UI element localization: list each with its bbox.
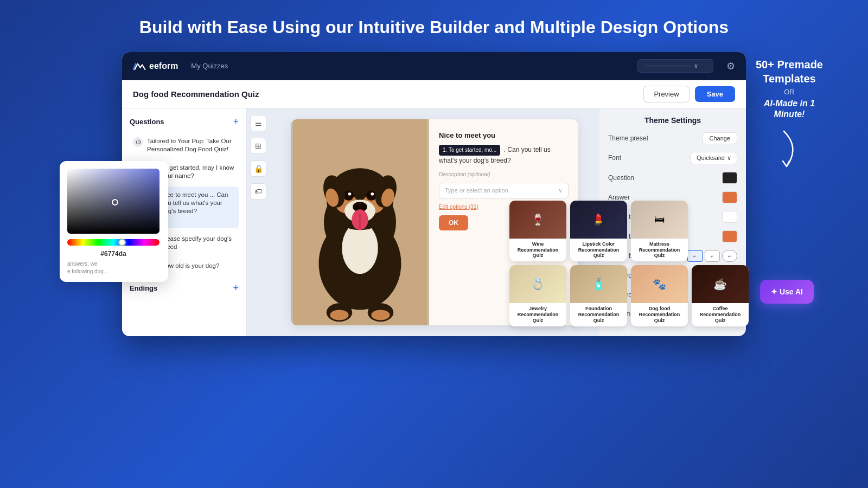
- font-value: Quicksand: [697, 155, 725, 161]
- color-picker-dot[interactable]: [112, 199, 118, 206]
- endings-label: Endings: [130, 284, 157, 292]
- color-picker[interactable]: #6774da answers, we e following dog...: [60, 161, 168, 282]
- questions-label: Questions: [130, 118, 164, 126]
- endings-header: Endings +: [130, 282, 239, 294]
- promo-ai: AI-Made in 1 Minute!: [749, 98, 830, 121]
- canvas-tool-sliders[interactable]: ⚌: [250, 115, 266, 131]
- save-button[interactable]: Save: [695, 86, 735, 102]
- nav-my-quizzes[interactable]: My Quizzes: [191, 62, 228, 70]
- dropdown-arrow: ∨: [558, 187, 563, 194]
- font-select[interactable]: Quicksand ∨: [691, 152, 737, 164]
- logo-icon: [133, 61, 146, 72]
- promo-card-coffee[interactable]: ☕ Coffee Recommendation Quiz: [692, 265, 749, 326]
- font-label: Font: [608, 154, 621, 162]
- font-chevron: ∨: [727, 155, 731, 162]
- promo-card-img-foundation: 🧴: [570, 265, 627, 303]
- arrow-icon: [773, 126, 806, 169]
- canvas-side-icons: ⚌ ⊞ 🔒 🏷: [247, 108, 270, 336]
- q-text: Tailored to Your Pup: Take Our Personali…: [147, 137, 235, 153]
- list-item[interactable]: ⏻ Tailored to Your Pup: Take Our Persona…: [130, 133, 239, 158]
- promo-card-spacer: [692, 201, 722, 261]
- promo-card-jewelry[interactable]: 💍 Jewelry Recommendation Quiz: [509, 265, 566, 326]
- promo-card-mattress[interactable]: 🛏 Mattress Recommendation Quiz: [631, 201, 688, 261]
- color-hex-display: #6774da: [67, 250, 159, 258]
- promo-or: OR: [749, 88, 830, 96]
- promo-card-label-dogfood: Dog food Recommendation Quiz: [631, 303, 688, 326]
- canvas-tool-lock[interactable]: 🔒: [250, 160, 266, 177]
- page-title: Build with Ease Using our Intuitive Buil…: [139, 16, 729, 39]
- svg-point-9: [355, 206, 359, 209]
- color-picker-body: #6774da: [67, 169, 161, 258]
- color-answers-text: answers, we: [67, 261, 108, 267]
- promo-card-img-mattress: 🛏: [631, 201, 688, 239]
- theme-change-button[interactable]: Change: [702, 132, 737, 144]
- promo-card-foundation[interactable]: 🧴 Foundation Recommendation Quiz: [570, 265, 627, 326]
- svg-point-13: [348, 192, 352, 195]
- q-text: Nice to meet you ... Can you tell us wha…: [161, 191, 235, 215]
- preview-button[interactable]: Preview: [643, 86, 689, 102]
- card-description: Description (optional): [439, 171, 569, 177]
- promo-cards: 🍷 Wine Recommendation Quiz 💄 Lipstick Co…: [509, 201, 749, 326]
- font-row: Font Quicksand ∨: [608, 152, 737, 164]
- q-text: To get started, may I know your name?: [161, 164, 235, 180]
- toolbar: Dog food Recommendation Quiz Preview Sav…: [122, 80, 746, 108]
- theme-settings-title: Theme Settings: [608, 116, 737, 125]
- svg-point-14: [371, 192, 374, 195]
- dog-image: [291, 119, 429, 325]
- logo-text: eeform: [149, 61, 178, 71]
- dropdown-placeholder: Type or select an option: [445, 187, 508, 194]
- canvas-tool-layout[interactable]: ⊞: [250, 138, 266, 154]
- question-label: Question: [608, 174, 634, 182]
- color-following-text: e following dog...: [67, 268, 108, 274]
- hue-slider[interactable]: [67, 239, 159, 246]
- question-color-row: Question: [608, 172, 737, 184]
- promo-card-img-dogfood: 🐾: [631, 265, 688, 303]
- promo-templates: 50+ Premade Templates: [749, 57, 830, 86]
- promo-card-dogfood[interactable]: 🐾 Dog food Recommendation Quiz: [631, 265, 688, 326]
- theme-preset-row: Theme preset Change: [608, 132, 737, 144]
- add-question-icon[interactable]: +: [233, 116, 239, 127]
- add-ending-icon[interactable]: +: [233, 282, 239, 294]
- top-nav: eeform My Quizzes ──────────── ∨ ⚙: [122, 52, 746, 80]
- card-dropdown[interactable]: Type or select an option ∨: [439, 183, 569, 198]
- use-ai-button[interactable]: ✦ Use AI: [760, 280, 814, 304]
- logo: eeform: [133, 61, 178, 72]
- promo-card-label-jewelry: Jewelry Recommendation Quiz: [509, 303, 566, 326]
- promo-card-label-wine: Wine Recommendation Quiz: [509, 239, 566, 261]
- promo-card-img-wine: 🍷: [509, 201, 566, 239]
- nav-dropdown[interactable]: ──────────── ∨: [637, 59, 713, 73]
- promo-card-img-lipstick: 💄: [570, 201, 627, 239]
- name-badge: 1. To get started, mo...: [439, 145, 500, 156]
- promo-card-lipstick[interactable]: 💄 Lipstick Color Recommendation Quiz: [570, 201, 627, 261]
- quiz-card-image: [291, 119, 429, 325]
- color-gradient[interactable]: [67, 169, 159, 234]
- q-text: Please specify your dog's breed: [161, 235, 235, 251]
- ok-button[interactable]: OK: [439, 215, 468, 230]
- promo-card-img-jewelry: 💍: [509, 265, 566, 303]
- svg-point-23: [330, 310, 348, 320]
- promo-card-wine[interactable]: 🍷 Wine Recommendation Quiz: [509, 201, 566, 261]
- promo-card-label-foundation: Foundation Recommendation Quiz: [570, 303, 627, 326]
- q-text: How old is your dog?: [161, 262, 219, 270]
- side-promo: 50+ Premade Templates OR AI-Made in 1 Mi…: [749, 57, 830, 172]
- hue-thumb[interactable]: [118, 239, 126, 246]
- questions-header: Questions +: [130, 116, 239, 127]
- theme-preset-label: Theme preset: [608, 134, 648, 142]
- svg-point-10: [361, 206, 365, 209]
- quiz-title: Dog food Recommendation Quiz: [133, 89, 643, 99]
- settings-icon[interactable]: ⚙: [726, 60, 735, 72]
- answer-label: Answer: [608, 194, 630, 201]
- card-heading: Nice to meet you: [439, 131, 569, 139]
- promo-card-img-coffee: ☕: [692, 265, 749, 303]
- question-color-swatch[interactable]: [722, 172, 737, 184]
- canvas-tool-tag[interactable]: 🏷: [250, 183, 266, 200]
- svg-point-24: [371, 310, 390, 320]
- q-icon-power: ⏻: [133, 137, 143, 147]
- promo-card-label-mattress: Mattress Recommendation Quiz: [631, 239, 688, 261]
- card-question-block: 1. To get started, mo... . Can you tell …: [439, 145, 569, 166]
- color-picker-text-row: answers, we e following dog...: [67, 261, 161, 274]
- promo-card-label-coffee: Coffee Recommendation Quiz: [692, 303, 749, 326]
- promo-card-label-lipstick: Lipstick Color Recommendation Quiz: [570, 239, 627, 261]
